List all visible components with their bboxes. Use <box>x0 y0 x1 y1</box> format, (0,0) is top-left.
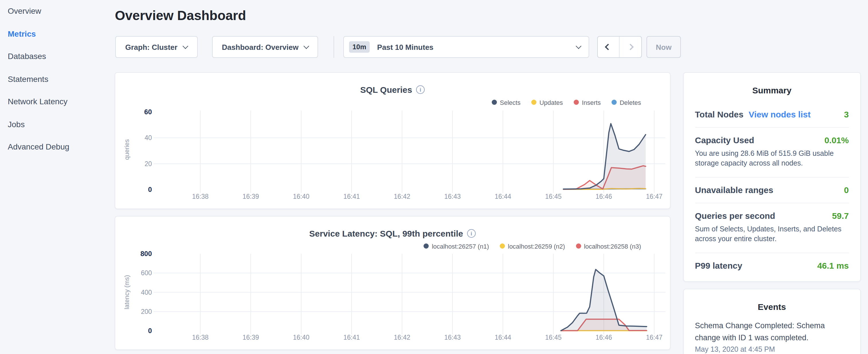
sidebar-item-label: Metrics <box>8 29 36 38</box>
sidebar-item[interactable]: Advanced Debug <box>0 136 115 158</box>
sidebar-item-label: Statements <box>8 74 49 83</box>
legend-dot-icon <box>500 244 505 249</box>
svg-text:0: 0 <box>148 185 152 193</box>
chart-title: SQL Queries <box>360 85 412 94</box>
sidebar-item[interactable]: Statements <box>0 68 115 91</box>
chevron-left-icon <box>605 44 612 51</box>
sidebar-item-label: Advanced Debug <box>8 142 69 151</box>
sidebar-item[interactable]: Network Latency <box>0 91 115 113</box>
chevron-down-icon <box>182 43 188 49</box>
view-nodes-list-link[interactable]: View nodes list <box>748 109 810 119</box>
sql-queries-plot[interactable]: 020406016:3816:3916:4016:4116:4216:4316:… <box>115 107 671 210</box>
svg-text:16:42: 16:42 <box>394 333 410 341</box>
service-latency-plot[interactable]: 020040060080016:3816:3916:4016:4116:4216… <box>115 251 671 351</box>
sidebar: Overview Metrics Databases Statements Ne… <box>0 0 115 354</box>
event-timestamp: May 13, 2020 at 4:45 PM <box>695 345 849 353</box>
legend-label: Deletes <box>620 99 641 106</box>
legend-item: localhost:26258 (n3) <box>576 243 641 250</box>
summary-row-value: 3 <box>844 109 849 119</box>
sidebar-item[interactable]: Databases <box>0 45 115 68</box>
legend-label: Selects <box>500 99 520 106</box>
svg-text:60: 60 <box>144 108 152 116</box>
chevron-right-icon <box>627 44 633 51</box>
summary-row-value: 0.01% <box>825 135 849 144</box>
legend-label: localhost:26259 (n2) <box>508 243 565 250</box>
svg-text:16:42: 16:42 <box>394 192 410 200</box>
svg-text:16:44: 16:44 <box>495 192 511 200</box>
svg-text:16:43: 16:43 <box>444 333 461 341</box>
sidebar-item-label: Network Latency <box>8 97 68 106</box>
svg-text:40: 40 <box>145 134 152 141</box>
svg-text:16:38: 16:38 <box>192 192 209 200</box>
events-title: Events <box>683 289 860 311</box>
summary-row-label: Capacity Used <box>695 135 754 144</box>
time-back-button[interactable] <box>597 37 619 57</box>
time-forward-button[interactable] <box>619 37 641 57</box>
summary-row-label: Queries per second <box>695 211 775 220</box>
legend-label: Inserts <box>582 99 601 106</box>
summary-row-label: P99 latency <box>695 260 742 270</box>
chart-legend: localhost:26257 (n1)localhost:26259 (n2)… <box>424 243 641 250</box>
now-button[interactable]: Now <box>647 36 681 58</box>
sidebar-item-label: Databases <box>8 52 46 61</box>
page-title: Overview Dashboard <box>115 8 246 24</box>
event-text: Schema Change Completed: Schema change w… <box>695 319 828 344</box>
graph-dropdown[interactable]: Graph: Cluster <box>115 36 197 58</box>
svg-text:200: 200 <box>141 308 152 315</box>
svg-text:800: 800 <box>141 251 152 257</box>
summary-row: Capacity Used 0.01% You are using 28.6 M… <box>695 127 849 177</box>
legend-label: Updates <box>539 99 563 106</box>
sidebar-item[interactable]: Jobs <box>0 113 115 136</box>
legend-label: localhost:26258 (n3) <box>584 243 641 250</box>
legend-dot-icon <box>492 100 497 105</box>
events-panel: Events Schema Change Completed: Schema c… <box>683 288 861 354</box>
sidebar-item[interactable]: Overview <box>0 0 115 23</box>
svg-text:0: 0 <box>148 326 152 334</box>
sql-queries-chart-card: SQL Queries i SelectsUpdatesInsertsDelet… <box>115 72 670 209</box>
chart-legend: SelectsUpdatesInsertsDeletes <box>492 99 641 106</box>
controls-divider <box>334 36 334 58</box>
info-icon[interactable]: i <box>467 229 476 237</box>
summary-row-label: Unavailable ranges <box>695 185 773 194</box>
summary-panel: Summary Total Nodes View nodes list 3 Ca… <box>683 72 861 282</box>
summary-row-value: 59.7 <box>832 211 849 220</box>
time-range-label: Past 10 Minutes <box>377 43 434 51</box>
svg-text:16:47: 16:47 <box>646 192 662 200</box>
svg-text:16:47: 16:47 <box>646 333 662 341</box>
svg-text:16:41: 16:41 <box>343 192 360 200</box>
svg-text:16:40: 16:40 <box>293 333 309 341</box>
svg-text:16:39: 16:39 <box>242 192 259 200</box>
dashboard-dropdown-label: Dashboard: Overview <box>222 43 298 51</box>
svg-text:16:40: 16:40 <box>293 192 309 200</box>
svg-text:16:46: 16:46 <box>595 192 612 200</box>
event-item[interactable]: Schema Change Completed: Schema change w… <box>695 319 849 353</box>
svg-text:16:45: 16:45 <box>545 192 562 200</box>
time-range-selector[interactable]: 10m Past 10 Minutes <box>343 36 589 58</box>
summary-title: Summary <box>683 72 860 95</box>
sidebar-item[interactable]: Metrics <box>0 23 115 45</box>
legend-dot-icon <box>424 244 429 249</box>
svg-text:20: 20 <box>145 160 152 167</box>
summary-row: Unavailable ranges 0 <box>695 177 849 203</box>
overview-dashboard-screen: Overview Metrics Databases Statements Ne… <box>0 0 868 354</box>
service-latency-chart-card: Service Latency: SQL, 99th percentile i … <box>115 216 670 350</box>
summary-row-label: Total Nodes <box>695 109 743 119</box>
legend-item: localhost:26259 (n2) <box>500 243 565 250</box>
graph-dropdown-label: Graph: Cluster <box>125 43 177 51</box>
summary-row-subtext: Sum of Selects, Updates, Inserts, and De… <box>695 224 849 244</box>
legend-item: localhost:26257 (n1) <box>424 243 489 250</box>
svg-text:16:43: 16:43 <box>444 192 461 200</box>
svg-text:16:45: 16:45 <box>545 333 562 341</box>
svg-text:latency (ms): latency (ms) <box>123 275 130 309</box>
chevron-down-icon <box>304 43 309 49</box>
sidebar-item-label: Overview <box>8 6 41 15</box>
dashboard-dropdown[interactable]: Dashboard: Overview <box>212 36 318 58</box>
summary-row: Total Nodes View nodes list 3 <box>695 102 849 127</box>
svg-text:16:41: 16:41 <box>343 333 360 341</box>
chevron-down-icon <box>576 43 581 49</box>
svg-text:16:44: 16:44 <box>495 333 511 341</box>
summary-row: Queries per second 59.7 Sum of Selects, … <box>695 203 849 253</box>
info-icon[interactable]: i <box>416 85 425 94</box>
summary-row-subtext: You are using 28.6 MiB of 515.9 GiB usab… <box>695 149 849 169</box>
svg-text:16:39: 16:39 <box>242 333 259 341</box>
